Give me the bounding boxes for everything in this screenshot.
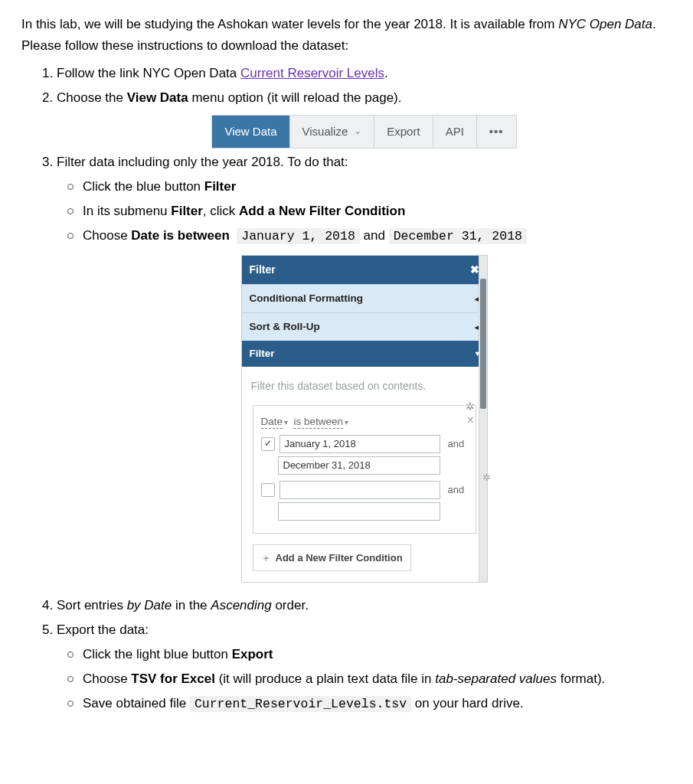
operator-dropdown[interactable]: is between xyxy=(294,416,344,429)
export-btn[interactable]: Export xyxy=(374,116,433,148)
s4-post: order. xyxy=(272,598,309,612)
filter-title-row: Date▾ is between▾ xyxy=(261,413,468,430)
panel-title: Filter xyxy=(250,261,276,279)
step-5a: Click the light blue button Export xyxy=(83,644,672,665)
filter-row-1b xyxy=(278,456,468,475)
s4-pre: Sort entries xyxy=(57,598,127,612)
filter-panel: Filter ✖ Conditional Formatting ◂ Sort &… xyxy=(241,255,488,583)
gear-icon[interactable]: ✲ xyxy=(482,469,491,485)
step-1: Follow the link NYC Open Data Current Re… xyxy=(57,63,672,84)
s3a-bold: Filter xyxy=(204,179,237,194)
toolbar: View Data Visualize⌄ Export API ••• xyxy=(211,115,516,149)
s3b-bold2: Add a New Filter Condition xyxy=(239,204,405,218)
visualize-label: Visualize xyxy=(302,122,348,142)
step-2-bold: View Data xyxy=(127,90,188,105)
panel-hint: Filter this dataset based on contents. xyxy=(242,367,487,401)
step-5-substeps: Click the light blue button Export Choos… xyxy=(57,644,672,714)
and-label-2: and xyxy=(448,482,468,498)
filter-panel-screenshot: Filter ✖ Conditional Formatting ◂ Sort &… xyxy=(57,255,672,583)
panel-subtitle: Filter xyxy=(250,345,275,362)
s3c-bold: Date is between xyxy=(131,228,230,243)
s5-lead: Export the data: xyxy=(57,622,149,637)
row1-label: Conditional Formatting xyxy=(250,290,363,307)
view-data-btn[interactable]: View Data xyxy=(212,116,289,148)
more-icon: ••• xyxy=(489,122,504,142)
s5b-bold: TSV for Excel xyxy=(131,671,215,686)
filter-row-2: and xyxy=(261,481,468,499)
panel-row-sort[interactable]: Sort & Roll-Up ◂ xyxy=(242,312,487,341)
s3c-code2: December 31, 2018 xyxy=(389,228,527,244)
chevron-down-icon: ▾ xyxy=(284,418,288,426)
s3c-code1: January 1, 2018 xyxy=(237,228,360,244)
s5b-em: tab-separated values xyxy=(435,671,557,686)
api-label: API xyxy=(446,122,464,142)
add-filter-condition-btn[interactable]: ＋ Add a New Filter Condition xyxy=(253,544,411,571)
step-3c: Choose Date is between January 1, 2018 a… xyxy=(83,225,672,247)
step-3-lead: Filter data including only the year 2018… xyxy=(57,155,348,169)
export-label: Export xyxy=(387,122,420,142)
steps-list: Follow the link NYC Open Data Current Re… xyxy=(21,63,672,715)
toolbar-screenshot: View Data Visualize⌄ Export API ••• xyxy=(57,115,672,149)
step-1-post: . xyxy=(384,66,388,80)
view-data-label: View Data xyxy=(224,122,276,142)
chevron-down-icon: ▾ xyxy=(345,418,348,426)
step-5: Export the data: Click the light blue bu… xyxy=(57,619,672,714)
panel-row-conditional[interactable]: Conditional Formatting ◂ xyxy=(242,284,487,312)
s5c-code: Current_Reservoir_Levels.tsv xyxy=(190,696,411,712)
step-5c: Save obtained file Current_Reservoir_Lev… xyxy=(83,693,672,714)
s3c-pre: Choose xyxy=(83,228,131,243)
checkbox-checked[interactable]: ✓ xyxy=(261,437,275,451)
op-label: is between xyxy=(294,416,344,427)
s5b-post: format). xyxy=(557,671,605,686)
plus-icon: ＋ xyxy=(261,550,271,566)
and-label-1: and xyxy=(448,436,468,452)
step-3a: Click the blue button Filter xyxy=(83,176,672,198)
step-4: Sort entries by Date in the Ascending or… xyxy=(57,595,672,616)
s3c-and: and xyxy=(360,228,389,243)
s5a-pre: Click the light blue button xyxy=(83,647,232,662)
step-1-pre: Follow the link NYC Open Data xyxy=(57,66,240,80)
row2-label: Sort & Roll-Up xyxy=(250,318,320,335)
s5a-bold: Export xyxy=(232,647,273,662)
panel-body: Date▾ is between▾ ✓ and xyxy=(242,402,487,583)
panel-subheader[interactable]: Filter ▾ xyxy=(242,341,487,367)
panel-scrollbar[interactable] xyxy=(479,256,487,583)
filter-row-2b xyxy=(278,502,468,521)
add-filter-label: Add a New Filter Condition xyxy=(276,550,403,566)
more-btn[interactable]: ••• xyxy=(477,116,516,148)
intro-source: NYC Open Data xyxy=(558,17,652,31)
filter-row-1: ✓ and xyxy=(261,435,468,453)
s3a-pre: Click the blue button xyxy=(83,179,204,194)
field-dropdown[interactable]: Date xyxy=(261,416,283,429)
s4-mid: in the xyxy=(172,598,211,612)
s5b-mid: (it will produce a plain text data file … xyxy=(215,671,435,686)
intro-text-1: In this lab, we will be studying the Ash… xyxy=(21,17,558,31)
scrollbar-thumb[interactable] xyxy=(480,279,486,409)
step-2-post: menu option (it will reload the page). xyxy=(188,90,402,105)
step-3-substeps: Click the blue button Filter In its subm… xyxy=(57,176,672,247)
visualize-btn[interactable]: Visualize⌄ xyxy=(290,116,375,148)
date-from-input[interactable] xyxy=(279,435,440,453)
api-btn[interactable]: API xyxy=(433,116,477,148)
s4-em1: by Date xyxy=(127,598,172,612)
s5b-pre: Choose xyxy=(83,671,131,686)
step-3: Filter data including only the year 2018… xyxy=(57,152,672,583)
step-3b: In its submenu Filter, click Add a New F… xyxy=(83,201,672,222)
s3b-bold1: Filter xyxy=(171,204,203,218)
s4-em2: Ascending xyxy=(211,598,271,612)
date-from-empty-input[interactable] xyxy=(279,481,440,499)
step-5b: Choose TSV for Excel (it will produce a … xyxy=(83,668,672,690)
step-2: Choose the View Data menu option (it wil… xyxy=(57,87,672,149)
filter-card: Date▾ is between▾ ✓ and xyxy=(253,405,476,534)
intro-paragraph: In this lab, we will be studying the Ash… xyxy=(21,14,672,57)
reservoir-link[interactable]: Current Reservoir Levels xyxy=(240,66,384,80)
step-2-pre: Choose the xyxy=(57,90,127,105)
date-to-empty-input[interactable] xyxy=(278,502,440,521)
s5c-post: on your hard drive. xyxy=(411,696,523,710)
s3b-mid: , click xyxy=(203,204,239,218)
checkbox-unchecked[interactable] xyxy=(261,483,275,497)
date-to-input[interactable] xyxy=(278,456,440,475)
chevron-down-icon: ⌄ xyxy=(354,124,361,139)
panel-header: Filter ✖ xyxy=(242,256,487,284)
s5c-pre: Save obtained file xyxy=(83,696,190,710)
